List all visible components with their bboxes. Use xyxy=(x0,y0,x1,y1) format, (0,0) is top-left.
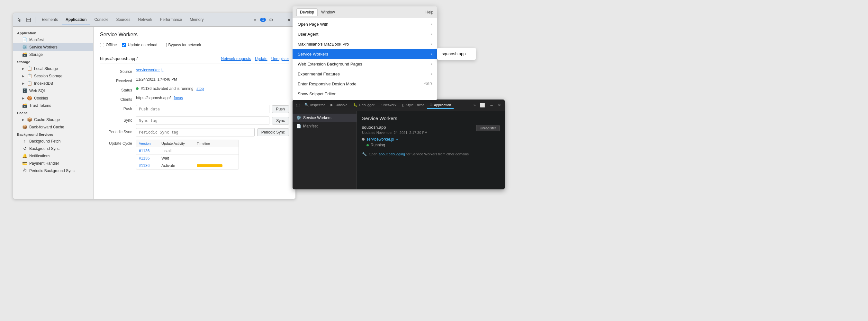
dark-tab-style-editor[interactable]: {} Style Editor xyxy=(400,102,427,109)
menu-item-web-extension[interactable]: Web Extension Background Pages › xyxy=(292,59,437,69)
sidebar-item-trust-tokens[interactable]: 🗃️ Trust Tokens xyxy=(13,102,93,109)
dark-tab-application[interactable]: ⊞ Application xyxy=(427,101,454,109)
sidebar-item-manifest[interactable]: 📄 Manifest xyxy=(13,36,93,43)
dark-close-button[interactable]: ✕ xyxy=(496,102,503,108)
version-cell[interactable]: #1136 xyxy=(136,147,159,154)
dark-source-link[interactable]: serviceworker.js → xyxy=(367,137,399,142)
menu-item-responsive-design[interactable]: Enter Responsive Design Mode ^⌘R xyxy=(292,79,437,89)
menu-item-service-workers[interactable]: Service Workers › squoosh.app xyxy=(292,49,437,59)
push-label: Push xyxy=(100,105,132,111)
service-workers-icon: ⚙️ xyxy=(22,45,27,49)
kebab-menu-button[interactable]: ⋮ xyxy=(276,16,284,24)
version-cell[interactable]: #1136 xyxy=(136,155,159,162)
dark-sidebar-item-service-workers[interactable]: ⚙️ Service Workers xyxy=(292,114,356,122)
bypass-network-checkbox[interactable] xyxy=(163,43,167,47)
about-debugging-link[interactable]: about:debugging xyxy=(379,152,405,156)
dark-tab-debugger[interactable]: 🐛 Debugger xyxy=(351,101,377,109)
submenu-item-squoosh[interactable]: squoosh.app xyxy=(437,49,476,59)
sidebar-item-cookies[interactable]: ▶ 🍪 Cookies xyxy=(13,94,93,102)
offline-checkbox-label[interactable]: Offline xyxy=(100,43,117,47)
menu-item-open-page-with[interactable]: Open Page With › xyxy=(292,19,437,29)
sidebar-item-web-sql[interactable]: 🗄️ Web SQL xyxy=(13,87,93,94)
help-menu[interactable]: Help xyxy=(425,10,433,14)
periodic-sync-button[interactable]: Periodic Sync xyxy=(257,129,289,136)
develop-tab[interactable]: Develop xyxy=(297,8,318,16)
dark-unregister-button[interactable]: Unregister xyxy=(476,125,500,131)
bypass-network-label[interactable]: Bypass for network xyxy=(163,43,201,47)
offline-checkbox[interactable] xyxy=(100,43,104,47)
tab-network[interactable]: Network xyxy=(134,15,156,25)
sidebar-item-notifications[interactable]: 🔔 Notifications xyxy=(13,152,93,159)
periodic-sync-input[interactable] xyxy=(136,128,255,136)
push-button[interactable]: Push xyxy=(272,105,289,113)
unregister-button[interactable]: Unregister xyxy=(271,57,289,61)
context-menu: Develop Window Help Open Page With › Use… xyxy=(292,6,437,100)
status-dot xyxy=(136,87,138,90)
dark-inspect-button[interactable]: ⬚ xyxy=(294,102,301,108)
dock-button[interactable] xyxy=(25,16,32,24)
dark-tab-inspector[interactable]: 🔍 Inspector xyxy=(302,101,327,109)
sidebar-item-local-storage[interactable]: ▶ 📋 Local Storage xyxy=(13,65,93,72)
sync-input-area: Sync xyxy=(136,116,289,125)
chevron-right-icon: › xyxy=(431,42,432,46)
sidebar-item-storage-overview[interactable]: 🗃️ Storage xyxy=(13,51,93,58)
wrench-icon: 🔧 xyxy=(362,152,367,156)
sidebar-item-payment-handler[interactable]: 💳 Payment Handler xyxy=(13,159,93,167)
network-requests-button[interactable]: Network requests xyxy=(221,57,251,61)
sidebar-item-cache-storage[interactable]: ▶ 📦 Cache Storage xyxy=(13,116,93,123)
periodic-sync-input-area: Periodic Sync xyxy=(136,128,289,136)
dark-more-button[interactable]: » xyxy=(472,102,477,108)
sync-button[interactable]: Sync xyxy=(272,117,289,124)
menu-item-snippet-editor[interactable]: Show Snippet Editor xyxy=(292,89,437,99)
tab-performance[interactable]: Performance xyxy=(156,15,186,25)
update-on-reload-label[interactable]: Update on reload xyxy=(122,43,157,47)
timeline-tick xyxy=(197,149,197,153)
sidebar-item-indexeddb[interactable]: ▶ 📋 IndexedDB xyxy=(13,80,93,87)
dark-sidebar-item-manifest[interactable]: 📄 Manifest xyxy=(292,122,356,130)
sidebar-item-back-forward-cache[interactable]: 📦 Back-forward Cache xyxy=(13,123,93,131)
dark-tab-console[interactable]: ▶ Console xyxy=(328,101,350,109)
source-link[interactable]: serviceworker.js xyxy=(136,68,163,72)
toolbar-right: » 1 ⚙ ⋮ ✕ xyxy=(251,16,293,24)
timeline-tick xyxy=(197,156,197,160)
version-cell[interactable]: #1136 xyxy=(136,162,159,169)
periodic-sync-label: Periodic Sync xyxy=(100,128,132,134)
periodic-sync-row: Periodic Sync Periodic Sync xyxy=(100,128,289,136)
sidebar-item-background-sync[interactable]: ↺ Background Sync xyxy=(13,145,93,152)
sidebar-item-background-fetch[interactable]: ↑ Background Fetch xyxy=(13,137,93,145)
close-button[interactable]: ✕ xyxy=(285,16,293,24)
dark-expand-button[interactable]: ⬜ xyxy=(478,102,487,108)
dark-tab-network[interactable]: ↕ Network xyxy=(378,102,399,109)
payment-handler-icon: 💳 xyxy=(22,161,27,166)
update-on-reload-checkbox[interactable] xyxy=(122,43,126,47)
push-input-area: Push xyxy=(136,105,289,113)
received-value: 11/24/2021, 1:44:48 PM xyxy=(136,77,289,81)
activity-cell: Wait xyxy=(159,155,194,162)
menu-item-user-agent[interactable]: User Agent › xyxy=(292,29,437,39)
indexeddb-icon: 📋 xyxy=(27,81,32,86)
tab-sources[interactable]: Sources xyxy=(112,15,134,25)
menu-item-macbook-pro[interactable]: Maximiliano's MacBook Pro › xyxy=(292,39,437,49)
tab-application[interactable]: Application xyxy=(62,15,90,25)
dark-overflow-button[interactable]: ··· xyxy=(488,102,495,108)
settings-button[interactable]: ⚙ xyxy=(267,16,275,24)
cursor-tool-button[interactable] xyxy=(16,16,24,24)
push-input[interactable] xyxy=(136,105,270,113)
stop-link[interactable]: stop xyxy=(196,86,204,91)
devtools-toolbar: Elements Application Console Sources Net… xyxy=(13,13,296,27)
tab-memory[interactable]: Memory xyxy=(186,15,207,25)
sync-label: Sync xyxy=(100,116,132,122)
sidebar-item-service-workers[interactable]: ⚙️ Service Workers xyxy=(13,43,93,51)
inspector-icon: 🔍 xyxy=(305,103,309,107)
sidebar-item-session-storage[interactable]: ▶ 📋 Session Storage xyxy=(13,72,93,80)
menu-item-experimental[interactable]: Experimental Features › xyxy=(292,69,437,79)
sync-input[interactable] xyxy=(136,116,270,125)
tab-console[interactable]: Console xyxy=(90,15,112,25)
update-button[interactable]: Update xyxy=(255,57,268,61)
focus-link[interactable]: focus xyxy=(174,96,183,100)
sw-url-actions: Network requests Update Unregister xyxy=(221,57,289,61)
more-tabs-button[interactable]: » xyxy=(251,16,259,24)
sidebar-item-periodic-bg-sync[interactable]: ⏱ Periodic Background Sync xyxy=(13,167,93,174)
window-tab[interactable]: Window xyxy=(318,8,339,16)
tab-elements[interactable]: Elements xyxy=(38,15,62,25)
